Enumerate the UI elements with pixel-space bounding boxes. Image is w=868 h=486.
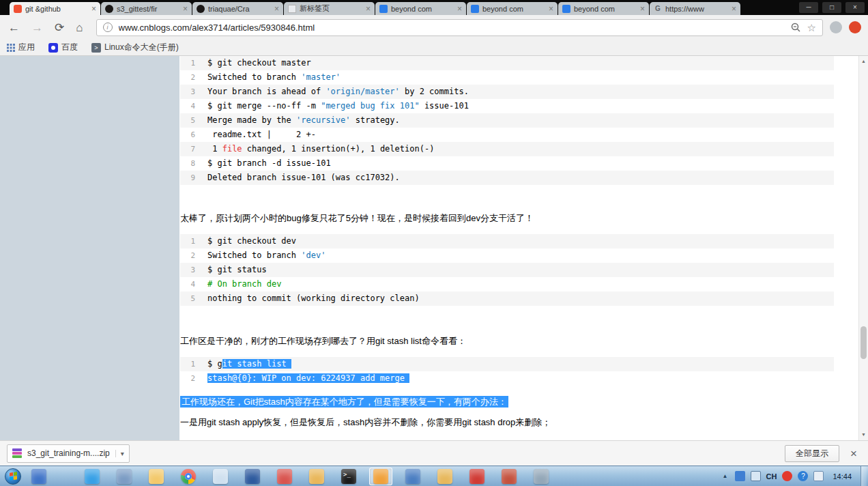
page-info-icon[interactable]: i <box>103 23 113 32</box>
folder-share-glyph-icon <box>437 469 452 484</box>
sogou-input-icon[interactable] <box>782 471 792 481</box>
download-bar-close-icon[interactable]: × <box>850 448 857 459</box>
paragraph-stash-highlighted: 工作现场还在，Git把stash内容存在某个地方了，但是需要恢复一下，有两个办法… <box>180 396 834 408</box>
code-text: Merge made by the 'recursive' strategy. <box>207 113 400 128</box>
messenger-icon[interactable] <box>81 468 104 485</box>
chrome-icon[interactable] <box>177 468 200 485</box>
tab-label: beyond com <box>391 5 454 13</box>
code-text: $ git stash list <box>207 357 291 371</box>
ftp-client-icon[interactable] <box>369 468 392 485</box>
line-number: 1 <box>180 56 195 70</box>
show-all-downloads-button[interactable]: 全部显示 <box>785 445 839 462</box>
cmd-icon[interactable] <box>337 468 360 485</box>
notepad-icon[interactable] <box>209 468 232 485</box>
close-button[interactable]: × <box>845 2 865 13</box>
tray-expand-icon[interactable]: ▲ <box>721 471 729 481</box>
line-number: 5 <box>180 113 195 128</box>
tray-display-icon[interactable] <box>751 471 761 481</box>
highlighted-text: 工作现场还在，Git把stash内容存在某个地方了，但是需要恢复一下，有两个办法… <box>180 396 508 408</box>
scrollbar-down-arrow[interactable]: ▼ <box>859 430 868 440</box>
bookmark-baidu[interactable]: 百度 <box>48 42 78 53</box>
virtualbox-glyph-icon <box>405 469 420 484</box>
tab-close-icon[interactable]: × <box>640 5 645 13</box>
line-number: 7 <box>180 142 195 156</box>
ftp-client-glyph-icon <box>373 469 388 484</box>
minimize-button[interactable]: ─ <box>799 2 818 13</box>
code-line: 1$ git checkout dev <box>180 234 834 248</box>
tab-close-icon[interactable]: × <box>274 5 279 13</box>
extension-orange-icon[interactable] <box>849 21 861 33</box>
tab-close-icon[interactable]: × <box>366 5 371 13</box>
show-desktop-button[interactable] <box>860 466 867 486</box>
browser-tab[interactable]: s3_gittest/fir × <box>101 2 192 15</box>
folder-share-icon[interactable] <box>433 468 457 485</box>
line-number: 9 <box>180 171 195 185</box>
line-number: 3 <box>180 263 195 277</box>
browser-tab[interactable]: beyond com × <box>375 2 466 15</box>
zoom-icon[interactable] <box>791 23 800 32</box>
media-player-icon[interactable] <box>273 468 296 485</box>
start-button[interactable] <box>5 468 21 485</box>
code-text: Deleted branch issue-101 (was cc17032). <box>207 171 400 185</box>
virtualbox-icon[interactable] <box>401 468 424 485</box>
cmd-glyph-icon <box>341 469 356 484</box>
back-button[interactable]: ← <box>8 22 20 33</box>
extension-gray-icon[interactable] <box>830 21 842 33</box>
scrollbar-thumb[interactable] <box>860 326 867 359</box>
remote-desktop-glyph-icon <box>534 469 549 484</box>
folder-settings-icon[interactable] <box>305 468 328 485</box>
code-line: 4# On branch dev <box>180 277 834 291</box>
code-text: # On branch dev <box>207 277 281 291</box>
tab-close-icon[interactable]: × <box>732 5 736 13</box>
tab-strip: git &github × s3_gittest/fir × triaquae/… <box>10 0 741 15</box>
line-number: 6 <box>180 128 195 142</box>
browser-tab[interactable]: beyond com × <box>558 2 649 15</box>
clock[interactable]: 14:44 <box>833 472 852 481</box>
maximize-button[interactable]: □ <box>822 2 841 13</box>
tab-label: triaquae/Cra <box>208 5 272 13</box>
code-line: 1$ git checkout master <box>180 56 834 70</box>
tab-close-icon[interactable]: × <box>183 5 188 13</box>
bookmark-label: 应用 <box>18 42 35 53</box>
bookmark-linux-commands[interactable]: > Linux命令大全(手册) <box>91 42 179 53</box>
browser-tab[interactable]: G https://www × <box>650 2 740 15</box>
scrollbar-up-arrow[interactable]: ▲ <box>859 57 868 66</box>
help-icon[interactable]: ? <box>798 471 808 481</box>
home-button[interactable]: ⌂ <box>76 22 83 33</box>
forward-button[interactable]: → <box>31 22 43 33</box>
explorer-folder-icon[interactable] <box>145 468 168 485</box>
browser-tab[interactable]: 新标签页 × <box>284 2 375 15</box>
word-icon[interactable] <box>241 468 264 485</box>
paragraph-stash-apply: 一是用git stash apply恢复，但是恢复后，stash内容并不删除，你… <box>180 416 834 428</box>
download-file-name: s3_git_training-m....zip <box>27 448 110 458</box>
page-scrollbar[interactable]: ▲ ▼ <box>858 56 868 440</box>
download-bar: s3_git_training-m....zip ▾ 全部显示 × <box>0 440 868 466</box>
code-line: 5Merge made by the 'recursive' strategy. <box>180 113 834 128</box>
save-glyph-icon <box>117 469 132 484</box>
bookmark-star-icon[interactable]: ☆ <box>807 23 816 33</box>
internet-explorer-glyph-icon <box>31 469 46 484</box>
tray-document-icon[interactable] <box>735 471 745 481</box>
language-indicator[interactable]: CH <box>766 472 777 481</box>
bookmark-apps[interactable]: 应用 <box>7 42 35 53</box>
url-text: www.cnblogs.com/alex3714/articles/593084… <box>119 23 785 33</box>
save-icon[interactable] <box>113 468 136 485</box>
folder-settings-glyph-icon <box>309 469 324 484</box>
browser-tab[interactable]: beyond com × <box>467 2 558 15</box>
browser2-icon[interactable] <box>497 468 521 485</box>
tab-close-icon[interactable]: × <box>549 5 553 13</box>
internet-explorer-icon[interactable] <box>27 468 50 485</box>
keyboard-icon[interactable] <box>813 471 824 481</box>
browser-tab[interactable]: git &github × <box>10 2 100 15</box>
tab-close-icon[interactable]: × <box>91 5 96 13</box>
browser-tab[interactable]: triaquae/Cra × <box>192 2 283 15</box>
download-item[interactable]: s3_git_training-m....zip ▾ <box>7 444 130 463</box>
page-content: 1$ git checkout master2Switched to branc… <box>0 56 868 440</box>
remote-desktop-icon[interactable] <box>530 468 553 485</box>
chevron-down-icon[interactable]: ▾ <box>115 450 124 457</box>
refresh-button[interactable]: ⟳ <box>55 22 64 33</box>
address-bar[interactable]: i www.cnblogs.com/alex3714/articles/5930… <box>96 19 823 36</box>
window-controls: ─ □ × <box>799 2 865 13</box>
tab-close-icon[interactable]: × <box>457 5 462 13</box>
netease-music-icon[interactable] <box>465 468 489 485</box>
